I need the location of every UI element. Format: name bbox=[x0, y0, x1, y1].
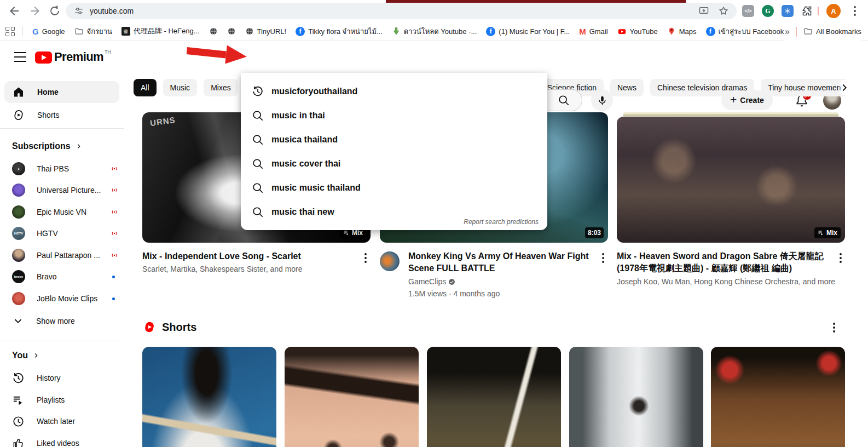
sidebar-channel-hgtv[interactable]: HGTV HGTV bbox=[4, 223, 119, 244]
site-info-icon[interactable] bbox=[73, 5, 84, 16]
you-header[interactable]: You bbox=[12, 351, 40, 360]
bookmark-youtube-download[interactable]: ดาวน์โหลด Youtube -... bbox=[392, 26, 477, 37]
suggestion-item[interactable]: musicforyouthailand bbox=[241, 79, 547, 104]
sidebar-item-history[interactable]: History bbox=[4, 367, 119, 389]
sidebar-channel-joblo[interactable]: JoBlo Movie Clips bbox=[4, 288, 119, 309]
sidebar-item-shorts[interactable]: Shorts bbox=[4, 104, 119, 126]
url-text[interactable]: youtube.com bbox=[90, 7, 134, 15]
sidebar-channel-bravo[interactable]: bravo Bravo bbox=[4, 266, 119, 287]
bookmark-globe-2[interactable] bbox=[227, 27, 236, 36]
guide-menu-icon[interactable] bbox=[14, 52, 26, 63]
shorts-thumbnail-1[interactable] bbox=[142, 347, 276, 447]
suggestion-item[interactable]: music cover thai bbox=[241, 152, 547, 176]
bookmark-folder[interactable]: จักรยาน bbox=[74, 26, 112, 37]
shorts-section-title: Shorts bbox=[162, 321, 196, 334]
chip-music[interactable]: Music bbox=[163, 79, 198, 96]
video-byline-1[interactable]: Scarlet, Martika, Shakespears Sister, an… bbox=[142, 263, 353, 274]
sidebar-item-watch-later[interactable]: Watch later bbox=[4, 410, 119, 432]
bookmark-tinyurl[interactable]: TinyURL! bbox=[245, 27, 287, 36]
folder-icon bbox=[803, 27, 813, 36]
all-bookmarks-button[interactable]: All Bookmarks bbox=[803, 27, 861, 36]
channel-avatar-gameclips[interactable] bbox=[380, 251, 400, 271]
extension-code-icon[interactable]: </> bbox=[742, 5, 754, 17]
chevron-right-icon bbox=[32, 352, 40, 359]
history-icon bbox=[252, 85, 264, 98]
chip-mixes[interactable]: Mixes bbox=[204, 79, 238, 96]
grammarly-extension-icon[interactable]: G bbox=[762, 5, 774, 17]
download-arrow-icon bbox=[392, 27, 401, 36]
sidebar-channel-thai-pbs[interactable]: ✦ Thai PBS bbox=[4, 158, 119, 179]
sidebar-divider bbox=[0, 341, 124, 341]
sidebar-item-liked-videos[interactable]: Liked videos bbox=[4, 432, 119, 447]
channel-avatar bbox=[12, 184, 25, 197]
sidebar-item-home[interactable]: Home bbox=[4, 81, 119, 103]
bookmark-apps[interactable] bbox=[5, 27, 15, 36]
bookmarks-divider bbox=[22, 26, 23, 36]
browser-menu-kebab-icon[interactable] bbox=[848, 4, 861, 18]
chip-chinese-tv-dramas[interactable]: Chinese television dramas bbox=[650, 79, 754, 96]
video-title-1[interactable]: Mix - Independent Love Song - Scarlet bbox=[142, 250, 353, 262]
shorts-menu-kebab-icon[interactable] bbox=[828, 321, 841, 334]
bookmark-gmail[interactable]: MGmail bbox=[579, 27, 607, 36]
bookmark-google[interactable]: GGoogle bbox=[32, 27, 65, 36]
install-app-icon[interactable] bbox=[698, 5, 709, 16]
chip-news[interactable]: News bbox=[610, 79, 644, 96]
shorts-thumbnail-3[interactable] bbox=[427, 347, 561, 447]
sidebar-channel-epic-music[interactable]: Epic Music VN bbox=[4, 202, 119, 222]
bookmark-facebook-login[interactable]: fเข้าสู่ระบบ Facebook bbox=[706, 26, 784, 37]
back-icon[interactable] bbox=[8, 4, 21, 18]
report-search-predictions-link[interactable]: Report search predictions bbox=[464, 218, 539, 226]
video-menu-kebab-icon[interactable] bbox=[834, 251, 847, 265]
search-icon bbox=[252, 158, 264, 170]
facebook-icon: f bbox=[486, 27, 495, 36]
browser-profile-avatar[interactable]: A bbox=[826, 4, 841, 18]
sidebar-item-playlists[interactable]: Playlists bbox=[4, 389, 119, 411]
extensions-puzzle-icon[interactable] bbox=[800, 4, 813, 18]
youtube-premium-logo[interactable]: Premium TH bbox=[35, 49, 111, 64]
bookmark-tikky-flora[interactable]: fTikky flora จำหน่ายไม้... bbox=[296, 26, 383, 37]
video-byline-3[interactable]: Joseph Koo, Wu Man, Hong Kong Chinese Or… bbox=[617, 276, 836, 287]
toolbar-divider bbox=[818, 7, 819, 15]
thumbnail-scene-text: URNS bbox=[149, 115, 176, 128]
blue-extension-icon[interactable] bbox=[782, 5, 794, 17]
browser-toolbar: youtube.com </> G A bbox=[0, 0, 868, 22]
chip-tiny-house[interactable]: Tiny house movemen bbox=[761, 79, 848, 96]
video-menu-kebab-icon[interactable] bbox=[597, 251, 610, 265]
chips-scroll-right-chevron[interactable] bbox=[838, 80, 854, 95]
shorts-thumbnail-5[interactable] bbox=[711, 347, 845, 447]
youtube-masthead: Premium TH musicforyouthailand ✕ + Creat… bbox=[0, 43, 868, 73]
forward-icon[interactable] bbox=[28, 4, 42, 18]
suggestion-item[interactable]: musica thailand bbox=[241, 128, 547, 152]
shorts-thumbnail-4[interactable] bbox=[569, 347, 703, 447]
reload-icon[interactable] bbox=[48, 4, 61, 18]
video-title-2[interactable]: Monkey King Vs Army Of Heaven War Fight … bbox=[408, 250, 589, 274]
bookmark-music-for-you[interactable]: f(1) Music For You | F... bbox=[486, 27, 570, 36]
sidebar-show-more[interactable]: Show more bbox=[4, 310, 119, 332]
video-title-3[interactable]: Mix - Heaven Sword and Dragon Sabre 倚天屠龍… bbox=[617, 250, 830, 274]
bookmark-star-icon[interactable] bbox=[718, 5, 729, 16]
chip-all[interactable]: All bbox=[134, 79, 157, 96]
suggestion-item[interactable]: music music thailand bbox=[241, 176, 547, 200]
subscriptions-header[interactable]: Subscriptions bbox=[12, 141, 83, 151]
bookmarks-divider bbox=[796, 27, 797, 37]
chevron-down-icon bbox=[12, 315, 24, 327]
facebook-icon: f bbox=[706, 27, 715, 36]
search-icon bbox=[558, 94, 570, 106]
video-menu-kebab-icon[interactable] bbox=[359, 251, 372, 265]
bookmarks-bar-right: » All Bookmarks bbox=[785, 22, 861, 41]
bookmark-youtube[interactable]: YouTube bbox=[617, 27, 658, 36]
live-icon bbox=[109, 228, 119, 238]
bookmark-globe-1[interactable] bbox=[209, 27, 218, 36]
bookmark-maps[interactable]: Maps bbox=[667, 27, 697, 36]
bookmark-hefeng[interactable]: 徽代理品牌 - HeFeng... bbox=[121, 26, 200, 36]
address-bar[interactable]: youtube.com bbox=[66, 3, 737, 19]
sidebar-channel-universal[interactable]: Universal Picture... bbox=[4, 180, 119, 200]
bookmarks-overflow-chevron[interactable]: » bbox=[785, 27, 790, 37]
sidebar-divider bbox=[0, 128, 124, 129]
sidebar-channel-paul[interactable]: Paul Pattarapon ... bbox=[4, 245, 119, 266]
video-thumbnail-3[interactable]: Mix bbox=[617, 117, 845, 243]
search-button[interactable] bbox=[545, 89, 582, 111]
suggestion-item[interactable]: music in thai bbox=[241, 104, 547, 128]
video-channel-2[interactable]: GameClips bbox=[408, 276, 455, 287]
shorts-thumbnail-2[interactable] bbox=[285, 347, 419, 447]
